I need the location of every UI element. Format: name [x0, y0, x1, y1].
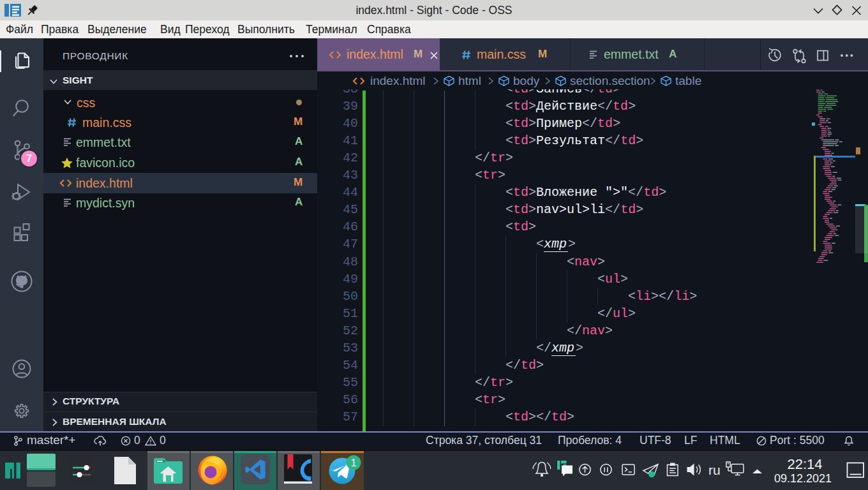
svg-text:ru: ru [708, 463, 721, 477]
svg-text:1: 1 [350, 457, 356, 468]
